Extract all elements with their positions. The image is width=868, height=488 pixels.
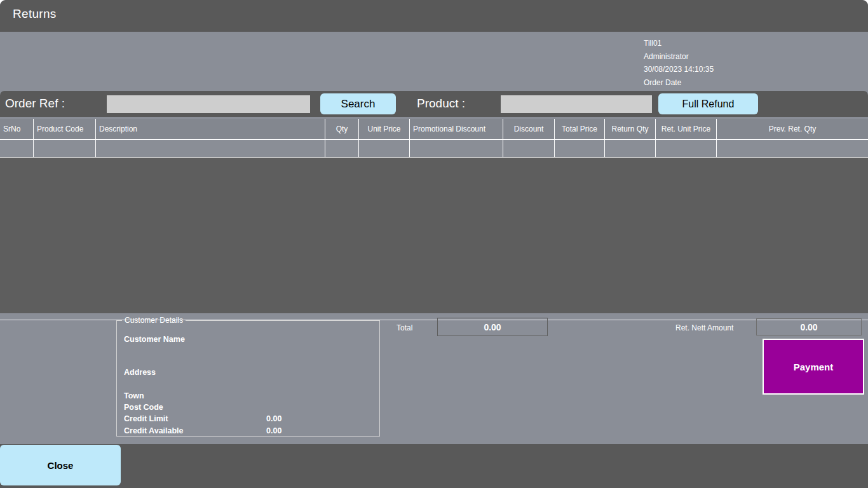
page-title: Returns [13,7,57,21]
credit-limit-value: 0.00 [266,414,281,423]
grid-body-area [0,158,868,313]
town-label: Town [124,391,144,400]
customer-details-legend: Customer Details [122,316,186,325]
user-name: Administrator [644,52,714,65]
total-label: Total [397,323,412,332]
column-header-ret-unit-price: Ret. Unit Price [656,119,717,139]
credit-available-value: 0.00 [266,426,281,435]
close-button[interactable]: Close [0,445,121,485]
grid-cell [34,140,96,157]
customer-details-box: Customer Details Customer Name Address T… [116,316,380,437]
grid-empty-row [0,140,868,158]
grid-cell [325,140,359,157]
bottom-bar: Close [0,444,868,488]
session-datetime: 30/08/2023 14:10:35 [644,65,714,78]
column-header-return-qty: Return Qty [605,119,656,139]
customer-name-label: Customer Name [124,335,185,344]
credit-limit-label: Credit Limit [124,414,168,423]
grid-cell [717,140,868,157]
session-info: Till01 Administrator 30/08/2023 14:10:35… [644,39,714,91]
column-header-product-code: Product Code [34,119,96,139]
grid-cell [605,140,656,157]
order-ref-label: Order Ref : [5,97,65,111]
address-label: Address [124,368,156,377]
search-button[interactable]: Search [320,93,396,114]
grid-cell [96,140,325,157]
column-header-qty: Qty [325,119,359,139]
payment-button[interactable]: Payment [763,339,864,395]
grid-header-row: SrNo Product Code Description Qty Unit P… [0,119,868,140]
column-header-discount: Discount [503,119,555,139]
grid-cell [359,140,410,157]
column-header-description: Description [96,119,325,139]
grid-cell [410,140,503,157]
column-header-prev-ret-qty: Prev. Ret. Qty [717,119,868,139]
grid-cell [656,140,717,157]
till-id: Till01 [644,39,714,52]
title-bar: Returns [0,0,868,32]
ret-nett-amount-label: Ret. Nett Amount [675,323,733,332]
full-refund-button[interactable]: Full Refund [658,93,758,114]
credit-available-label: Credit Available [124,426,184,435]
grid-cell [0,140,34,157]
total-field: 0.00 [437,318,548,336]
returns-window: Returns Till01 Administrator 30/08/2023 … [0,0,868,488]
search-bar: Order Ref : Search Product : Full Refund [0,91,868,117]
post-code-label: Post Code [124,403,163,412]
ret-nett-amount-field: 0.00 [756,318,862,336]
column-header-total-price: Total Price [555,119,605,139]
order-ref-input[interactable] [107,95,310,113]
column-header-unit-price: Unit Price [359,119,410,139]
bottom-panel: Customer Details Customer Name Address T… [0,313,868,444]
product-label: Product : [417,97,465,111]
product-input[interactable] [501,95,652,113]
column-header-promotional-discount: Promotional Discount [410,119,503,139]
column-header-srno: SrNo [0,119,34,139]
grid-cell [503,140,555,157]
grid-cell [555,140,605,157]
order-date-label: Order Date [644,78,714,92]
